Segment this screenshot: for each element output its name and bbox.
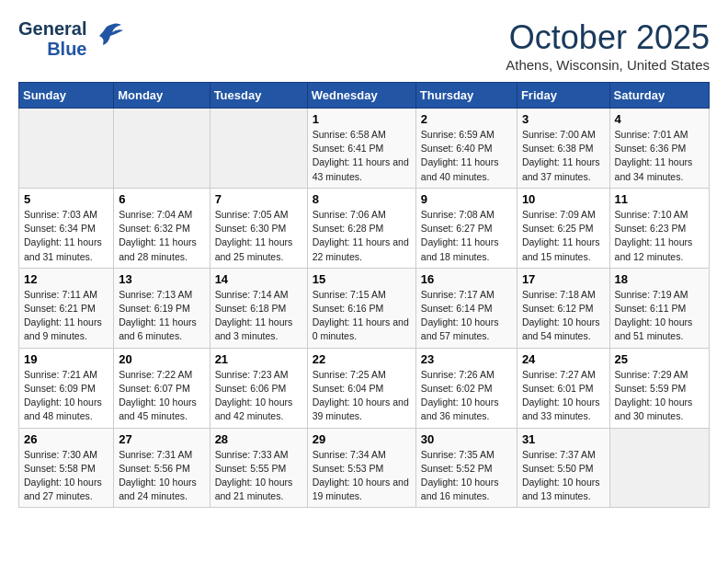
calendar-cell	[114, 109, 210, 189]
day-header-friday: Friday	[517, 83, 609, 109]
calendar-cell	[19, 109, 114, 189]
location-subtitle: Athens, Wisconsin, United States	[506, 57, 710, 73]
calendar-cell	[210, 109, 307, 189]
calendar-cell: 29Sunrise: 7:34 AMSunset: 5:53 PMDayligh…	[307, 428, 415, 508]
day-info: Sunrise: 7:00 AMSunset: 6:38 PMDaylight:…	[522, 128, 605, 184]
month-title: October 2025	[506, 18, 710, 57]
calendar-cell: 11Sunrise: 7:10 AMSunset: 6:23 PMDayligh…	[609, 188, 709, 268]
calendar-cell: 22Sunrise: 7:25 AMSunset: 6:04 PMDayligh…	[307, 348, 415, 428]
day-info: Sunrise: 7:21 AMSunset: 6:09 PMDaylight:…	[24, 368, 108, 424]
calendar-cell: 9Sunrise: 7:08 AMSunset: 6:27 PMDaylight…	[415, 188, 517, 268]
day-info: Sunrise: 6:59 AMSunset: 6:40 PMDaylight:…	[421, 128, 512, 184]
calendar-cell: 19Sunrise: 7:21 AMSunset: 6:09 PMDayligh…	[19, 348, 114, 428]
calendar-cell: 26Sunrise: 7:30 AMSunset: 5:58 PMDayligh…	[19, 428, 114, 508]
day-info: Sunrise: 7:34 AMSunset: 5:53 PMDaylight:…	[313, 448, 411, 504]
calendar-cell: 20Sunrise: 7:22 AMSunset: 6:07 PMDayligh…	[114, 348, 210, 428]
day-info: Sunrise: 7:18 AMSunset: 6:12 PMDaylight:…	[522, 288, 605, 344]
day-info: Sunrise: 7:06 AMSunset: 6:28 PMDaylight:…	[313, 208, 411, 264]
day-info: Sunrise: 7:10 AMSunset: 6:23 PMDaylight:…	[615, 208, 704, 264]
day-number: 22	[313, 352, 411, 366]
day-number: 12	[24, 272, 108, 286]
day-number: 3	[522, 112, 605, 126]
day-info: Sunrise: 7:08 AMSunset: 6:27 PMDaylight:…	[421, 208, 512, 264]
logo-bird-icon	[90, 17, 123, 57]
day-info: Sunrise: 7:04 AMSunset: 6:32 PMDaylight:…	[119, 208, 204, 264]
day-number: 16	[421, 272, 512, 286]
day-info: Sunrise: 7:23 AMSunset: 6:06 PMDaylight:…	[215, 368, 302, 424]
day-info: Sunrise: 7:35 AMSunset: 5:52 PMDaylight:…	[421, 448, 512, 504]
calendar-cell: 12Sunrise: 7:11 AMSunset: 6:21 PMDayligh…	[19, 268, 114, 348]
calendar-cell: 24Sunrise: 7:27 AMSunset: 6:01 PMDayligh…	[517, 348, 609, 428]
day-info: Sunrise: 7:26 AMSunset: 6:02 PMDaylight:…	[421, 368, 512, 424]
day-info: Sunrise: 7:01 AMSunset: 6:36 PMDaylight:…	[615, 128, 704, 184]
day-header-wednesday: Wednesday	[307, 83, 415, 109]
day-info: Sunrise: 7:11 AMSunset: 6:21 PMDaylight:…	[24, 288, 108, 344]
day-info: Sunrise: 7:31 AMSunset: 5:56 PMDaylight:…	[119, 448, 204, 504]
day-header-monday: Monday	[114, 83, 210, 109]
day-header-saturday: Saturday	[609, 83, 709, 109]
page-header: General Blue October 2025 Athens, Wiscon…	[18, 18, 710, 73]
calendar-cell: 5Sunrise: 7:03 AMSunset: 6:34 PMDaylight…	[19, 188, 114, 268]
day-info: Sunrise: 7:37 AMSunset: 5:50 PMDaylight:…	[522, 448, 605, 504]
day-info: Sunrise: 7:17 AMSunset: 6:14 PMDaylight:…	[421, 288, 512, 344]
day-number: 23	[421, 352, 512, 366]
calendar-cell: 30Sunrise: 7:35 AMSunset: 5:52 PMDayligh…	[415, 428, 517, 508]
title-block: October 2025 Athens, Wisconsin, United S…	[506, 18, 710, 73]
day-number: 28	[215, 432, 302, 446]
day-number: 1	[313, 112, 411, 126]
calendar-week-1: 1Sunrise: 6:58 AMSunset: 6:41 PMDaylight…	[19, 109, 710, 189]
calendar-cell: 14Sunrise: 7:14 AMSunset: 6:18 PMDayligh…	[210, 268, 307, 348]
calendar-cell: 10Sunrise: 7:09 AMSunset: 6:25 PMDayligh…	[517, 188, 609, 268]
day-info: Sunrise: 7:29 AMSunset: 5:59 PMDaylight:…	[615, 368, 704, 424]
calendar-cell: 23Sunrise: 7:26 AMSunset: 6:02 PMDayligh…	[415, 348, 517, 428]
day-number: 24	[522, 352, 605, 366]
day-number: 18	[615, 272, 704, 286]
calendar-cell: 16Sunrise: 7:17 AMSunset: 6:14 PMDayligh…	[415, 268, 517, 348]
day-number: 31	[522, 432, 605, 446]
calendar-cell: 27Sunrise: 7:31 AMSunset: 5:56 PMDayligh…	[114, 428, 210, 508]
day-info: Sunrise: 7:22 AMSunset: 6:07 PMDaylight:…	[119, 368, 204, 424]
day-number: 14	[215, 272, 302, 286]
day-number: 5	[24, 192, 108, 206]
day-number: 17	[522, 272, 605, 286]
day-number: 8	[313, 192, 411, 206]
calendar-cell: 31Sunrise: 7:37 AMSunset: 5:50 PMDayligh…	[517, 428, 609, 508]
day-header-tuesday: Tuesday	[210, 83, 307, 109]
calendar-cell	[609, 428, 709, 508]
day-number: 13	[119, 272, 204, 286]
logo-general: General	[18, 18, 86, 39]
calendar-cell: 3Sunrise: 7:00 AMSunset: 6:38 PMDaylight…	[517, 109, 609, 189]
day-info: Sunrise: 7:03 AMSunset: 6:34 PMDaylight:…	[24, 208, 108, 264]
day-info: Sunrise: 7:30 AMSunset: 5:58 PMDaylight:…	[24, 448, 108, 504]
day-number: 29	[313, 432, 411, 446]
day-number: 11	[615, 192, 704, 206]
calendar-cell: 28Sunrise: 7:33 AMSunset: 5:55 PMDayligh…	[210, 428, 307, 508]
calendar-week-4: 19Sunrise: 7:21 AMSunset: 6:09 PMDayligh…	[19, 348, 710, 428]
day-number: 27	[119, 432, 204, 446]
day-number: 7	[215, 192, 302, 206]
day-info: Sunrise: 7:09 AMSunset: 6:25 PMDaylight:…	[522, 208, 605, 264]
day-info: Sunrise: 7:13 AMSunset: 6:19 PMDaylight:…	[119, 288, 204, 344]
calendar-week-5: 26Sunrise: 7:30 AMSunset: 5:58 PMDayligh…	[19, 428, 710, 508]
day-info: Sunrise: 7:05 AMSunset: 6:30 PMDaylight:…	[215, 208, 302, 264]
day-info: Sunrise: 6:58 AMSunset: 6:41 PMDaylight:…	[313, 128, 411, 184]
day-number: 2	[421, 112, 512, 126]
day-info: Sunrise: 7:19 AMSunset: 6:11 PMDaylight:…	[615, 288, 704, 344]
day-info: Sunrise: 7:14 AMSunset: 6:18 PMDaylight:…	[215, 288, 302, 344]
calendar-cell: 4Sunrise: 7:01 AMSunset: 6:36 PMDaylight…	[609, 109, 709, 189]
day-info: Sunrise: 7:33 AMSunset: 5:55 PMDaylight:…	[215, 448, 302, 504]
calendar-week-3: 12Sunrise: 7:11 AMSunset: 6:21 PMDayligh…	[19, 268, 710, 348]
day-number: 10	[522, 192, 605, 206]
day-info: Sunrise: 7:25 AMSunset: 6:04 PMDaylight:…	[313, 368, 411, 424]
logo: General Blue	[18, 18, 123, 59]
logo-blue: Blue	[47, 39, 86, 59]
calendar-cell: 8Sunrise: 7:06 AMSunset: 6:28 PMDaylight…	[307, 188, 415, 268]
calendar-cell: 2Sunrise: 6:59 AMSunset: 6:40 PMDaylight…	[415, 109, 517, 189]
calendar-cell: 21Sunrise: 7:23 AMSunset: 6:06 PMDayligh…	[210, 348, 307, 428]
calendar-table: SundayMondayTuesdayWednesdayThursdayFrid…	[18, 82, 710, 508]
day-info: Sunrise: 7:27 AMSunset: 6:01 PMDaylight:…	[522, 368, 605, 424]
day-number: 20	[119, 352, 204, 366]
day-number: 4	[615, 112, 704, 126]
calendar-cell: 18Sunrise: 7:19 AMSunset: 6:11 PMDayligh…	[609, 268, 709, 348]
calendar-cell: 6Sunrise: 7:04 AMSunset: 6:32 PMDaylight…	[114, 188, 210, 268]
